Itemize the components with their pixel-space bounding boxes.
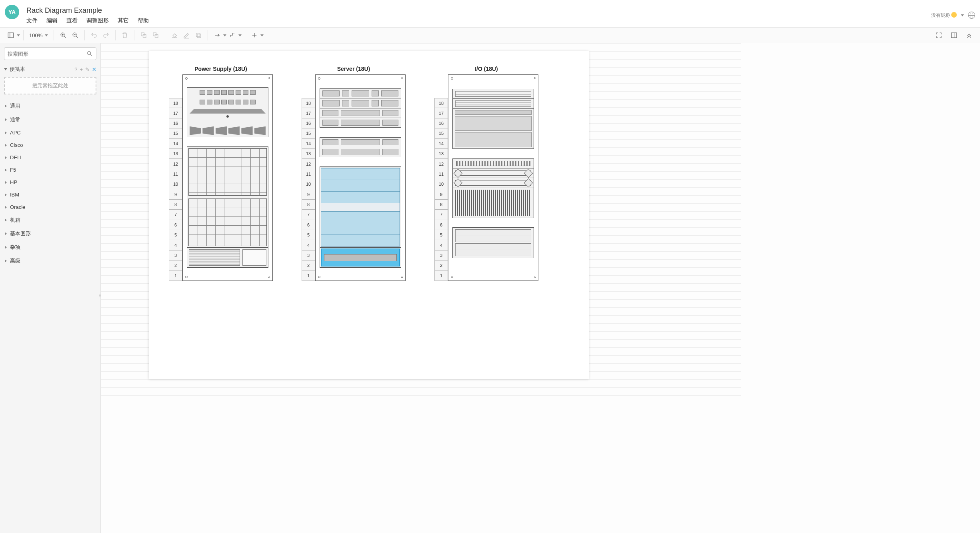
scratchpad-help[interactable]: ? (74, 66, 77, 72)
category-1[interactable]: 通常 (0, 113, 100, 126)
menu-file[interactable]: 文件 (26, 17, 38, 24)
search-input[interactable] (8, 51, 86, 57)
rack-item-grid[interactable] (187, 197, 268, 248)
rack-item-blank (320, 157, 401, 167)
rack-item-blade[interactable] (320, 166, 401, 248)
rack-unit-label: 12 (434, 159, 448, 169)
canvas[interactable]: Power Supply (18U)1234567891011121314151… (101, 43, 741, 403)
search-shapes[interactable] (4, 47, 96, 60)
rack-item-pdu[interactable] (187, 87, 268, 97)
rack-unit-label: 4 (169, 240, 182, 250)
rack-item-console[interactable] (187, 247, 268, 268)
fullscreen-button[interactable] (933, 29, 945, 41)
category-5[interactable]: F5 (0, 164, 100, 176)
globe-icon[interactable] (968, 12, 975, 19)
category-10[interactable]: 基本图形 (0, 227, 100, 240)
rack-item-blade-sel[interactable] (320, 247, 401, 268)
user-menu-caret[interactable] (961, 14, 964, 16)
rack-item-vvv[interactable] (452, 158, 534, 168)
waypoint-caret[interactable] (238, 34, 242, 36)
rack-unit-label: 11 (302, 169, 315, 179)
add-caret[interactable] (260, 34, 264, 36)
waypoint-button[interactable] (226, 29, 238, 41)
collapse-button[interactable] (963, 29, 975, 41)
rack-unit-label: 14 (169, 139, 182, 149)
rack-unit-label: 1 (302, 271, 315, 281)
rack-item-srv3[interactable] (320, 98, 401, 108)
connection-caret[interactable] (223, 34, 226, 36)
menu-help[interactable]: 帮助 (138, 17, 149, 24)
rack-unit-label: 2 (434, 260, 448, 271)
scratchpad-title: 便笺本 (10, 66, 25, 73)
add-button[interactable] (248, 29, 260, 41)
zoom-in-button[interactable] (57, 29, 69, 41)
scratchpad-dropzone[interactable]: 把元素拖至此处 (4, 77, 96, 94)
rack-item-pdu[interactable] (187, 97, 268, 107)
menu-view[interactable]: 查看 (66, 17, 78, 24)
rack-item-switch[interactable] (452, 108, 534, 149)
rack-item-rails[interactable] (452, 168, 534, 178)
category-9[interactable]: 机箱 (0, 213, 100, 227)
scratchpad-header[interactable]: 便笺本 ? + ✎ ✕ (0, 64, 100, 75)
sidebar-toggle-caret[interactable] (17, 34, 20, 36)
to-front-button[interactable] (138, 29, 150, 41)
delete-button[interactable] (119, 29, 131, 41)
rack-unit-label: 11 (169, 169, 182, 179)
rack-unit-label: 12 (302, 159, 315, 169)
category-3[interactable]: Cisco (0, 139, 100, 151)
category-6[interactable]: HP (0, 176, 100, 188)
rack-item-rails[interactable] (452, 178, 534, 188)
rack-item-blank (187, 137, 268, 147)
format-panel-button[interactable] (948, 29, 960, 41)
rack-unit-label: 13 (169, 149, 182, 159)
user-label[interactable]: 没有昵称 (931, 12, 957, 19)
zoom-dropdown[interactable]: 100% (27, 32, 50, 38)
category-0[interactable]: 通用 (0, 99, 100, 113)
scratchpad-edit[interactable]: ✎ (85, 66, 90, 72)
rack-item-srv[interactable] (320, 137, 401, 147)
svg-rect-12 (153, 33, 156, 36)
rack-item-vfins[interactable] (452, 188, 534, 218)
avatar[interactable]: YA (5, 5, 19, 19)
menu-arrange[interactable]: 调整图形 (86, 17, 109, 24)
rack-2[interactable]: I/O (18U)123456789101112131415161718 (434, 66, 538, 281)
rack-0[interactable]: Power Supply (18U)1234567891011121314151… (169, 66, 273, 281)
rack-item-srv[interactable] (320, 108, 401, 118)
menu-extras[interactable]: 其它 (118, 17, 129, 24)
rack-item-patch[interactable] (452, 89, 534, 99)
sidebar-toggle-button[interactable] (5, 29, 17, 41)
rack-item-bay[interactable] (452, 227, 534, 258)
category-11[interactable]: 杂项 (0, 240, 100, 254)
scratchpad-add[interactable]: + (80, 66, 83, 72)
zoom-out-button[interactable] (69, 29, 81, 41)
menu-edit[interactable]: 编辑 (46, 17, 58, 24)
rack-item-srv3[interactable] (320, 88, 401, 98)
fill-color-button[interactable] (168, 29, 180, 41)
line-color-button[interactable] (180, 29, 192, 41)
chevron-right-icon (5, 131, 7, 134)
svg-rect-9 (141, 33, 144, 36)
canvas-scroll[interactable]: Power Supply (18U)1234567891011121314151… (101, 43, 980, 533)
category-8[interactable]: Oracle (0, 201, 100, 213)
rack-item-ups[interactable] (187, 107, 268, 137)
rack-1[interactable]: Server (18U)123456789101112131415161718 (302, 66, 406, 281)
rack-item-patch[interactable] (452, 98, 534, 108)
rack-title: Server (18U) (302, 66, 406, 72)
rack-item-grid[interactable] (187, 146, 268, 197)
connection-button[interactable] (211, 29, 223, 41)
category-12[interactable]: 高级 (0, 254, 100, 268)
rack-unit-label: 3 (302, 250, 315, 260)
redo-button[interactable] (100, 29, 112, 41)
rack-item-srv[interactable] (320, 147, 401, 157)
scratchpad-close[interactable]: ✕ (92, 66, 96, 72)
undo-button[interactable] (88, 29, 100, 41)
category-4[interactable]: DELL (0, 151, 100, 164)
diagram-page[interactable]: Power Supply (18U)1234567891011121314151… (149, 51, 589, 379)
category-7[interactable]: IBM (0, 188, 100, 201)
rack-item-srv[interactable] (320, 118, 401, 128)
document-title[interactable]: Rack Diagram Example (26, 6, 149, 17)
category-2[interactable]: APC (0, 126, 100, 139)
shadow-button[interactable] (192, 29, 204, 41)
app-header: YA Rack Diagram Example 文件 编辑 查看 调整图形 其它… (0, 0, 980, 27)
to-back-button[interactable] (150, 29, 162, 41)
